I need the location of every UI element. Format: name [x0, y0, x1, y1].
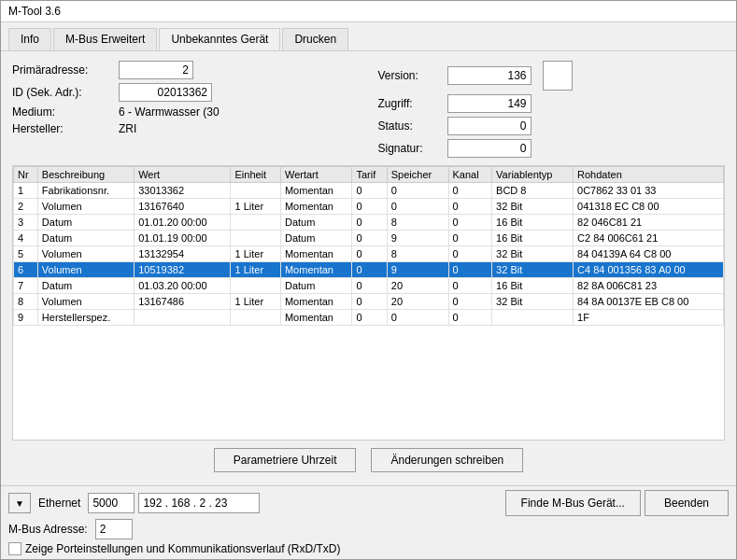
preview-box [543, 61, 573, 91]
id-label: ID (Sek. Adr.): [12, 86, 115, 99]
ethernet-label: Ethernet [38, 497, 80, 510]
title-bar: M-Tool 3.6 [1, 1, 736, 22]
col-beschreibung: Beschreibung [37, 167, 134, 183]
form-right: Version: Zugriff: Status: Signatur: [378, 61, 726, 158]
version-label: Version: [378, 69, 444, 82]
porteinstellungen-label: Zeige Porteinstellungen und Kommunikatio… [25, 542, 340, 555]
form-left: Primäradresse: ID (Sek. Adr.): Medium: 6… [12, 61, 360, 158]
primaer-input[interactable] [119, 61, 193, 79]
status-label: Status: [378, 119, 444, 133]
mbus-label: M-Bus Adresse: [8, 523, 88, 536]
hersteller-row: Hersteller: ZRI [12, 122, 360, 135]
finde-button[interactable]: Finde M-Bus Gerät... [505, 490, 641, 516]
window-title: M-Tool 3.6 [8, 5, 61, 18]
table-header: Nr Beschreibung Wert Einheit Wertart Tar… [14, 167, 724, 183]
col-einheit: Einheit [231, 167, 280, 183]
mbus-row: M-Bus Adresse: [8, 519, 729, 539]
table-row[interactable]: 9Herstellerspez.Momentan0001F [14, 310, 724, 326]
ip-input[interactable] [138, 493, 260, 513]
form-section: Primäradresse: ID (Sek. Adr.): Medium: 6… [12, 61, 725, 158]
col-tarif: Tarif [352, 167, 387, 183]
col-wert: Wert [135, 167, 231, 183]
table-body: 1Fabrikationsnr.33013362Momentan000BCD 8… [14, 183, 724, 326]
signatur-label: Signatur: [378, 142, 444, 155]
col-variablentyp: Variablentyp [492, 167, 574, 183]
medium-row: Medium: 6 - Warmwasser (30 [12, 105, 360, 119]
dropdown-icon: ▼ [15, 498, 24, 509]
col-kanal: Kanal [448, 167, 492, 183]
table-row[interactable]: 8Volumen131674861 LiterMomentan020032 Bi… [14, 294, 724, 310]
id-input[interactable] [119, 83, 212, 102]
primaer-row: Primäradresse: [12, 61, 360, 79]
main-window: M-Tool 3.6 Info M-Bus Erweitert Unbekann… [0, 0, 737, 560]
tab-drucken[interactable]: Drucken [282, 28, 348, 50]
zugriff-label: Zugriff: [378, 97, 444, 110]
table-row[interactable]: 7Datum01.03.20 00:00Datum020016 Bit82 8A… [14, 278, 724, 294]
status-input[interactable] [447, 117, 531, 135]
col-wertart: Wertart [280, 167, 351, 183]
table-row[interactable]: 2Volumen131676401 LiterMomentan00032 Bit… [14, 199, 724, 215]
signatur-row: Signatur: [378, 139, 726, 158]
mbus-input[interactable] [95, 519, 133, 539]
medium-label: Medium: [12, 105, 115, 119]
beenden-button[interactable]: Beenden [645, 490, 729, 516]
data-table-container: Nr Beschreibung Wert Einheit Wertart Tar… [12, 165, 725, 441]
col-rohdaten: Rohdaten [574, 167, 724, 183]
zugriff-input[interactable] [447, 94, 531, 113]
version-input[interactable] [447, 66, 531, 85]
port-input[interactable] [88, 493, 135, 513]
table-row[interactable]: 1Fabrikationsnr.33013362Momentan000BCD 8… [14, 183, 724, 199]
main-content: Primäradresse: ID (Sek. Adr.): Medium: 6… [1, 51, 736, 485]
parametriere-button[interactable]: Parametriere Uhrzeit [214, 448, 357, 472]
id-row: ID (Sek. Adr.): [12, 83, 360, 102]
version-row: Version: [378, 61, 726, 91]
table-row[interactable]: 3Datum01.01.20 00:00Datum08016 Bit82 046… [14, 215, 724, 231]
table-row[interactable]: 6Volumen105193821 LiterMomentan09032 Bit… [14, 262, 724, 278]
porteinstellungen-checkbox[interactable] [8, 542, 21, 555]
hersteller-label: Hersteller: [12, 122, 115, 135]
status-row: Status: [378, 117, 726, 135]
col-speicher: Speicher [387, 167, 448, 183]
aenderungen-button[interactable]: Änderungen schreiben [371, 448, 523, 472]
tab-mbus-erweitert[interactable]: M-Bus Erweitert [53, 28, 157, 50]
tab-unbekanntes-geraet[interactable]: Unbekanntes Gerät [159, 28, 280, 50]
tab-info[interactable]: Info [8, 28, 51, 50]
tab-bar: Info M-Bus Erweitert Unbekanntes Gerät D… [1, 22, 736, 51]
data-table: Nr Beschreibung Wert Einheit Wertart Tar… [13, 166, 724, 326]
zugriff-row: Zugriff: [378, 94, 726, 113]
bottom-section: ▼ Ethernet Finde M-Bus Gerät... Beenden … [1, 485, 736, 559]
action-buttons: Parametriere Uhrzeit Änderungen schreibe… [12, 448, 725, 472]
table-row[interactable]: 5Volumen131329541 LiterMomentan08032 Bit… [14, 246, 724, 262]
checkbox-row: Zeige Porteinstellungen und Kommunikatio… [8, 542, 729, 555]
signatur-input[interactable] [447, 139, 531, 158]
hersteller-value: ZRI [119, 122, 136, 135]
primaer-label: Primäradresse: [12, 63, 115, 77]
table-row[interactable]: 4Datum01.01.19 00:00Datum09016 BitC2 84 … [14, 231, 724, 246]
medium-value: 6 - Warmwasser (30 [119, 105, 220, 119]
connection-row: ▼ Ethernet Finde M-Bus Gerät... Beenden [8, 490, 729, 516]
dropdown-button[interactable]: ▼ [8, 493, 31, 513]
col-nr: Nr [14, 167, 38, 183]
